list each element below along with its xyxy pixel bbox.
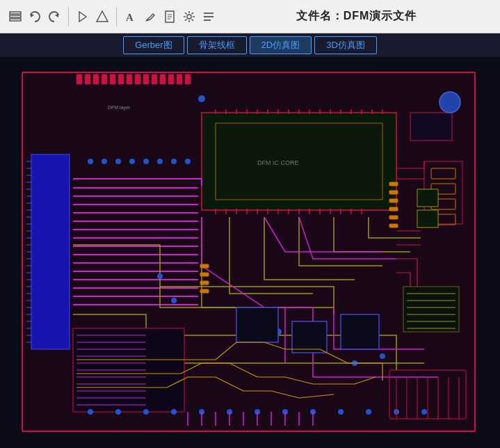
svg-rect-59 — [177, 74, 182, 84]
text-icon[interactable]: A — [122, 8, 139, 25]
svg-point-106 — [115, 159, 121, 164]
menu-icon[interactable] — [200, 8, 217, 25]
settings-icon[interactable] — [181, 8, 197, 25]
svg-point-121 — [338, 409, 344, 415]
svg-marker-6 — [97, 11, 108, 22]
svg-rect-133 — [341, 314, 379, 349]
svg-rect-154 — [389, 191, 398, 194]
redo-icon[interactable] — [46, 8, 63, 25]
svg-point-111 — [185, 159, 191, 164]
svg-point-107 — [129, 159, 135, 164]
document-icon[interactable] — [161, 8, 178, 25]
measure-icon[interactable] — [94, 8, 111, 25]
arrow-icon[interactable] — [74, 8, 91, 25]
svg-marker-5 — [79, 12, 86, 22]
svg-rect-96 — [410, 113, 452, 141]
svg-point-115 — [171, 298, 177, 303]
svg-rect-155 — [389, 199, 398, 202]
pcb-viewer[interactable]: DFM IC CORE — [0, 57, 500, 448]
tab-2d[interactable]: 2D仿真图 — [250, 36, 312, 54]
svg-rect-2 — [10, 19, 21, 21]
tab-bar: Gerber图 骨架线框 2D仿真图 3D仿真图 — [0, 33, 500, 57]
svg-rect-52 — [118, 74, 124, 84]
svg-rect-150 — [200, 273, 209, 276]
svg-point-127 — [143, 409, 149, 415]
undo-icon[interactable] — [26, 8, 43, 25]
svg-rect-56 — [152, 74, 157, 84]
svg-rect-94 — [216, 123, 382, 200]
svg-rect-53 — [127, 74, 132, 84]
svg-rect-152 — [200, 289, 209, 293]
pencil-icon[interactable] — [142, 8, 159, 25]
svg-rect-156 — [389, 207, 398, 211]
svg-rect-55 — [143, 74, 149, 84]
svg-point-109 — [157, 159, 163, 164]
svg-text:DFM IC CORE: DFM IC CORE — [257, 159, 299, 166]
svg-marker-4 — [55, 13, 58, 17]
svg-rect-131 — [236, 307, 278, 342]
svg-rect-1 — [10, 15, 21, 17]
svg-rect-153 — [389, 182, 398, 186]
svg-point-104 — [88, 159, 93, 164]
svg-rect-132 — [292, 321, 327, 353]
svg-rect-47 — [76, 74, 82, 84]
svg-point-97 — [439, 92, 460, 113]
svg-rect-157 — [389, 216, 398, 219]
file-title: 文件名：DFM演示文件 — [220, 9, 493, 24]
svg-text:A: A — [126, 12, 134, 23]
svg-rect-161 — [417, 210, 438, 227]
svg-rect-0 — [10, 12, 21, 14]
svg-rect-160 — [417, 189, 438, 207]
svg-point-112 — [198, 95, 205, 102]
svg-text:DFM layer: DFM layer — [108, 105, 131, 111]
svg-rect-50 — [102, 74, 107, 84]
svg-rect-158 — [389, 224, 398, 227]
svg-point-124 — [421, 409, 427, 415]
layer-icon[interactable] — [7, 8, 24, 25]
tab-gerber[interactable]: Gerber图 — [123, 36, 184, 54]
svg-rect-18 — [31, 154, 70, 349]
toolbar: A 文件名：DFM演示文件 — [0, 0, 500, 33]
separator-1 — [68, 7, 69, 26]
svg-rect-60 — [185, 74, 191, 84]
svg-rect-49 — [93, 74, 99, 84]
svg-point-110 — [171, 159, 177, 164]
pcb-board: DFM IC CORE — [21, 71, 476, 433]
svg-point-12 — [187, 15, 191, 19]
svg-rect-151 — [200, 281, 209, 285]
svg-rect-54 — [135, 74, 140, 84]
svg-marker-3 — [31, 13, 34, 17]
svg-rect-48 — [85, 74, 90, 84]
svg-rect-149 — [200, 264, 209, 268]
svg-point-125 — [88, 409, 93, 415]
svg-point-108 — [143, 159, 149, 164]
tab-skeleton[interactable]: 骨架线框 — [187, 36, 247, 54]
svg-point-126 — [115, 409, 121, 415]
separator-2 — [116, 7, 117, 26]
svg-point-114 — [157, 273, 163, 279]
svg-point-122 — [366, 409, 371, 415]
svg-point-128 — [171, 409, 177, 415]
svg-rect-57 — [160, 74, 166, 84]
tab-3d[interactable]: 3D仿真图 — [314, 36, 377, 54]
svg-rect-51 — [110, 74, 115, 84]
svg-point-117 — [380, 353, 385, 359]
svg-point-105 — [102, 159, 107, 164]
svg-rect-58 — [168, 74, 174, 84]
